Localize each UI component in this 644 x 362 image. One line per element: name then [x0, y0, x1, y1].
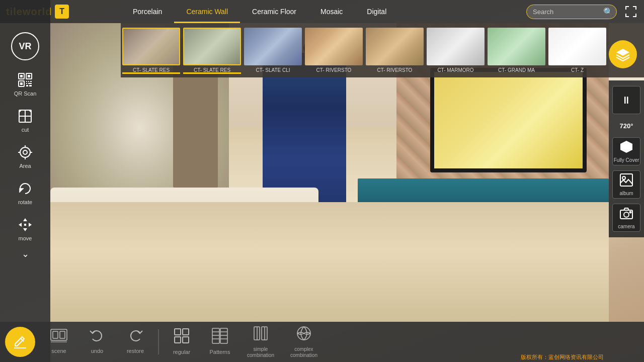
tile-name: CT- SLATE CLI [256, 67, 290, 73]
patterns-label: Patterns [210, 349, 230, 355]
tile-thumb-t6[interactable]: CT- MARMORO [427, 28, 485, 73]
tile-thumb-t4[interactable]: CT- RIVERSTO [305, 28, 363, 73]
tile-thumb-t3[interactable]: CT- SLATE CLI [244, 28, 302, 73]
layer-button[interactable] [609, 40, 637, 68]
svg-marker-25 [23, 228, 27, 231]
qrscan-label: QR Scan [14, 90, 37, 97]
fullscreen-button[interactable] [622, 3, 640, 21]
vr-label: VR [19, 41, 31, 52]
bottom-scene[interactable]: scene [41, 324, 76, 359]
bottom-complex-combination[interactable]: complex combination [284, 324, 324, 359]
svg-rect-43 [183, 329, 189, 335]
sidebar-item-move[interactable]: move [16, 215, 35, 241]
camera-icon [619, 206, 633, 223]
svg-rect-6 [26, 81, 27, 82]
undo-icon [90, 329, 105, 346]
bottom-simple-combination[interactable]: simple combination [240, 324, 281, 359]
svg-rect-42 [175, 329, 181, 335]
tab-digital[interactable]: Digital [355, 0, 398, 23]
tile-image [488, 28, 545, 65]
rotate-icon [16, 179, 35, 198]
sidebar-chevron-down[interactable]: ⌄ [22, 248, 29, 259]
undo-label: undo [91, 348, 103, 354]
move-icon [16, 215, 35, 234]
tile-image [305, 28, 363, 65]
tile-thumb-t1[interactable]: CT- SLATE RES [122, 28, 180, 73]
camera-button[interactable]: camera [612, 204, 640, 232]
tv-screen [430, 68, 587, 172]
sidebar-item-qrscan[interactable]: QR Scan [14, 70, 37, 97]
bottom-undo[interactable]: undo [79, 324, 115, 359]
tab-ceramic-wall[interactable]: Ceramic Wall [174, 0, 240, 23]
album-button[interactable]: album [612, 170, 640, 199]
svg-point-35 [630, 212, 631, 213]
simple-combination-label: simple combination [247, 346, 274, 358]
bottom-patterns[interactable]: Patterns [202, 324, 237, 359]
tab-porcelain[interactable]: Porcelain [121, 0, 174, 23]
simple-combination-icon [253, 325, 269, 345]
tile-thumb-t5[interactable]: CT- RIVERSTO [366, 28, 424, 73]
svg-rect-41 [60, 331, 65, 338]
complex-combination-icon [296, 325, 312, 345]
qrscan-icon [16, 70, 35, 89]
svg-marker-26 [19, 223, 22, 227]
cut-label: cut [22, 127, 29, 133]
tile-row: CT- SLATE RES CT- SLATE RES CT- SLATE CL… [121, 23, 644, 77]
compose-button[interactable] [5, 327, 35, 357]
restore-icon [128, 329, 143, 346]
svg-rect-11 [26, 85, 28, 86]
tile-thumb-t8[interactable]: CT- Z [548, 28, 606, 73]
svg-rect-1 [20, 75, 23, 77]
tile-image [244, 28, 302, 65]
svg-point-19 [23, 150, 27, 154]
top-navigation: tileworld T Porcelain Ceramic Wall Ceram… [0, 0, 644, 23]
svg-rect-44 [175, 337, 181, 343]
sidebar-item-cut[interactable]: cut [16, 107, 35, 133]
svg-point-32 [622, 176, 625, 179]
cut-icon [16, 107, 35, 126]
tile-image [427, 28, 485, 65]
sidebar-item-rotate[interactable]: rotate [16, 179, 35, 205]
tab-mosaic[interactable]: Mosaic [308, 0, 355, 23]
camera-label: camera [618, 224, 634, 229]
tile-image [183, 28, 241, 65]
bottom-regular[interactable]: regular [164, 324, 199, 359]
svg-rect-12 [29, 85, 32, 86]
tile-image [366, 28, 424, 65]
tab-ceramic-floor[interactable]: Ceramic Floor [240, 0, 308, 23]
rotate-label: rotate [18, 199, 32, 205]
tile-thumb-t2[interactable]: CT- SLATE RES [183, 28, 241, 73]
svg-rect-5 [20, 82, 23, 85]
svg-rect-45 [183, 337, 189, 343]
logo-icon: T [55, 5, 69, 19]
tile-name: CT- GRAND MA [498, 67, 535, 73]
fully-cover-label: Fully Cover [614, 157, 639, 163]
regular-label: regular [173, 349, 190, 355]
svg-point-34 [624, 212, 629, 217]
tile-name: CT- MARMORO [437, 67, 473, 73]
pause-button[interactable]: ⏸ [612, 86, 640, 114]
tile-thumb-t7[interactable]: CT- GRAND MA [488, 28, 545, 73]
tile-image [122, 28, 180, 65]
vr-button[interactable]: VR [11, 32, 39, 60]
svg-rect-9 [26, 83, 27, 84]
search-bar[interactable]: 🔍 [526, 5, 617, 19]
bottom-restore[interactable]: restore [118, 324, 153, 359]
sidebar-item-area[interactable]: Area [16, 143, 35, 169]
svg-rect-3 [28, 75, 30, 77]
tile-name: CT- SLATE RES [133, 67, 170, 73]
svg-marker-27 [29, 223, 32, 227]
scene-label: scene [51, 348, 66, 354]
svg-rect-28 [24, 224, 26, 226]
fully-cover-button[interactable]: Fully Cover [612, 137, 640, 165]
area-label: Area [19, 163, 31, 169]
album-icon [619, 173, 633, 190]
regular-icon [174, 328, 190, 347]
tile-name: CT- RIVERSTO [377, 67, 413, 73]
right-sidebar: ⏸ 720° Fully Cover album [609, 80, 644, 237]
search-input[interactable] [533, 8, 603, 16]
svg-rect-31 [620, 174, 632, 186]
search-icon[interactable]: 🔍 [603, 7, 613, 17]
tile-name: CT- SLATE RES [194, 67, 230, 73]
svg-rect-8 [30, 81, 32, 82]
